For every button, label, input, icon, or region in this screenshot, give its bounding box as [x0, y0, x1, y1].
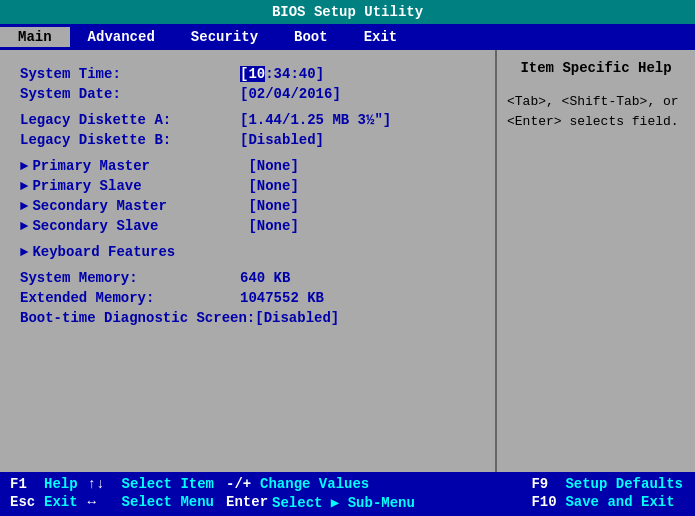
system-time-label: System Time:	[20, 66, 240, 82]
system-time-row: System Time: [10:34:40]	[20, 66, 475, 82]
select-submenu-desc: Select ▶ Sub-Menu	[272, 494, 415, 511]
help-text: <Tab>, <Shift-Tab>, or <Enter> selects f…	[507, 92, 685, 131]
minus-plus-key: -/+	[226, 476, 256, 492]
primary-master-value: [None]	[248, 158, 298, 174]
status-esc-line: Esc Exit	[10, 494, 78, 510]
f10-desc: Save and Exit	[565, 494, 674, 510]
secondary-master-label: Secondary Master	[32, 198, 248, 214]
menu-item-security[interactable]: Security	[173, 27, 276, 47]
keyboard-features-label: Keyboard Features	[32, 244, 252, 260]
system-time-value[interactable]: [10:34:40]	[240, 66, 324, 82]
app-title: BIOS Setup Utility	[272, 4, 423, 20]
primary-master-row[interactable]: ► Primary Master [None]	[20, 158, 475, 174]
system-date-row: System Date: [02/04/2016]	[20, 86, 475, 102]
keyboard-features-row[interactable]: ► Keyboard Features	[20, 244, 475, 260]
system-date-value[interactable]: [02/04/2016]	[240, 86, 341, 102]
help-title: Item Specific Help	[507, 60, 685, 76]
up-down-key: ↑↓	[88, 476, 118, 492]
f9-key: F9	[531, 476, 561, 492]
menu-item-main[interactable]: Main	[0, 27, 70, 47]
arrow-icon-keyboard: ►	[20, 244, 28, 260]
legacy-b-label: Legacy Diskette B:	[20, 132, 240, 148]
menu-bar: Main Advanced Security Boot Exit	[0, 24, 695, 50]
primary-slave-label: Primary Slave	[32, 178, 248, 194]
status-bar: F1 Help Esc Exit ↑↓ Select Item ↔ Select…	[0, 472, 695, 516]
lr-key: ↔	[88, 494, 118, 510]
status-lr-line: ↔ Select Menu	[88, 494, 214, 510]
status-col-2: ↑↓ Select Item ↔ Select Menu	[82, 475, 220, 513]
secondary-master-row[interactable]: ► Secondary Master [None]	[20, 198, 475, 214]
menu-item-boot[interactable]: Boot	[276, 27, 346, 47]
legacy-a-label: Legacy Diskette A:	[20, 112, 240, 128]
arrow-icon-primary-slave: ►	[20, 178, 28, 194]
boot-diag-row: Boot-time Diagnostic Screen: [Disabled]	[20, 310, 475, 326]
arrow-icon-primary-master: ►	[20, 158, 28, 174]
title-bar: BIOS Setup Utility	[0, 0, 695, 24]
f10-key: F10	[531, 494, 561, 510]
extended-memory-label: Extended Memory:	[20, 290, 240, 306]
secondary-master-value: [None]	[248, 198, 298, 214]
menu-item-advanced[interactable]: Advanced	[70, 27, 173, 47]
legacy-b-value[interactable]: [Disabled]	[240, 132, 324, 148]
legacy-b-row: Legacy Diskette B: [Disabled]	[20, 132, 475, 148]
status-col-4: F9 Setup Defaults F10 Save and Exit	[525, 475, 689, 513]
boot-diag-label: Boot-time Diagnostic Screen:	[20, 310, 255, 326]
help-panel: Item Specific Help <Tab>, <Shift-Tab>, o…	[495, 50, 695, 472]
f1-desc: Help	[44, 476, 78, 492]
system-time-highlight: [10	[240, 66, 265, 82]
menu-item-exit[interactable]: Exit	[346, 27, 416, 47]
primary-slave-value: [None]	[248, 178, 298, 194]
status-f1-line: F1 Help	[10, 476, 78, 492]
secondary-slave-row[interactable]: ► Secondary Slave [None]	[20, 218, 475, 234]
f1-key: F1	[10, 476, 40, 492]
primary-slave-row[interactable]: ► Primary Slave [None]	[20, 178, 475, 194]
extended-memory-row: Extended Memory: 1047552 KB	[20, 290, 475, 306]
status-f10-line: F10 Save and Exit	[531, 494, 683, 510]
status-updown-line: ↑↓ Select Item	[88, 476, 214, 492]
change-values-desc: Change Values	[260, 476, 369, 492]
secondary-slave-value: [None]	[248, 218, 298, 234]
secondary-slave-label: Secondary Slave	[32, 218, 248, 234]
legacy-a-row: Legacy Diskette A: [1.44/1.25 MB 3½"]	[20, 112, 475, 128]
system-date-label: System Date:	[20, 86, 240, 102]
arrow-icon-secondary-master: ►	[20, 198, 28, 214]
status-enter-line: Enter Select ▶ Sub-Menu	[226, 494, 415, 511]
status-f9-line: F9 Setup Defaults	[531, 476, 683, 492]
select-menu-desc: Select Menu	[122, 494, 214, 510]
main-panel: System Time: [10:34:40] System Date: [02…	[0, 50, 495, 472]
system-memory-label: System Memory:	[20, 270, 240, 286]
status-minusplus-line: -/+ Change Values	[226, 476, 415, 492]
system-memory-value: 640 KB	[240, 270, 290, 286]
boot-diag-value[interactable]: [Disabled]	[255, 310, 339, 326]
legacy-a-value[interactable]: [1.44/1.25 MB 3½"]	[240, 112, 391, 128]
primary-master-label: Primary Master	[32, 158, 248, 174]
system-memory-row: System Memory: 640 KB	[20, 270, 475, 286]
esc-desc: Exit	[44, 494, 78, 510]
status-col-3: -/+ Change Values Enter Select ▶ Sub-Men…	[220, 475, 421, 513]
select-item-desc: Select Item	[122, 476, 214, 492]
arrow-icon-secondary-slave: ►	[20, 218, 28, 234]
f9-desc: Setup Defaults	[565, 476, 683, 492]
esc-key: Esc	[10, 494, 40, 510]
status-col-1: F1 Help Esc Exit	[6, 475, 82, 513]
enter-key: Enter	[226, 494, 268, 511]
extended-memory-value: 1047552 KB	[240, 290, 324, 306]
